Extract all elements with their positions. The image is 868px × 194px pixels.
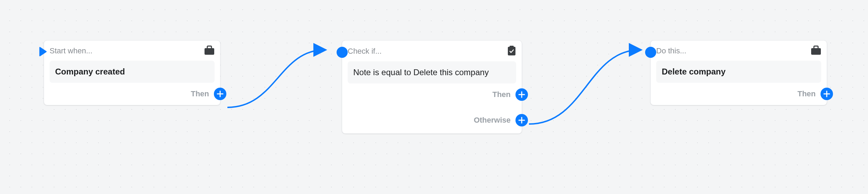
node-entry-dot [337, 47, 348, 58]
add-step-button[interactable] [821, 88, 833, 100]
node-body: Note is equal to Delete this company [348, 61, 516, 83]
branch-label: Then [797, 89, 816, 98]
briefcase-icon [204, 45, 215, 56]
then-branch: Then [492, 88, 528, 101]
node-title: Delete company [656, 61, 821, 83]
workflow-node-action[interactable]: Do this... Delete company Then [650, 40, 827, 105]
branch-label: Then [191, 89, 209, 98]
workflow-node-start[interactable]: Start when... Company created Then [44, 40, 220, 105]
node-caption: Do this... [656, 46, 686, 55]
briefcase-icon [811, 45, 821, 56]
workflow-canvas[interactable]: Start when... Company created Then [0, 0, 868, 194]
node-title: Company created [50, 61, 215, 83]
svg-rect-7 [814, 46, 818, 49]
add-step-button[interactable] [214, 88, 226, 100]
node-caption: Start when... [50, 46, 93, 55]
branch-label: Then [492, 90, 511, 99]
svg-rect-4 [510, 46, 514, 48]
node-entry-dot [645, 47, 656, 58]
otherwise-branch: Otherwise [474, 114, 528, 126]
branch-label: Otherwise [474, 116, 511, 125]
then-branch: Then [797, 88, 833, 100]
clipboard-check-icon [507, 45, 516, 57]
then-branch: Then [191, 88, 226, 100]
workflow-node-condition[interactable]: Check if... Note is equal to Delete this… [342, 40, 522, 134]
connector-start-to-condition [227, 42, 331, 114]
add-step-button[interactable] [515, 88, 528, 101]
node-caption: Check if... [348, 47, 382, 56]
svg-rect-1 [207, 46, 211, 49]
connector-condition-to-action [529, 42, 647, 132]
play-icon [39, 47, 47, 58]
add-step-button[interactable] [515, 114, 528, 126]
